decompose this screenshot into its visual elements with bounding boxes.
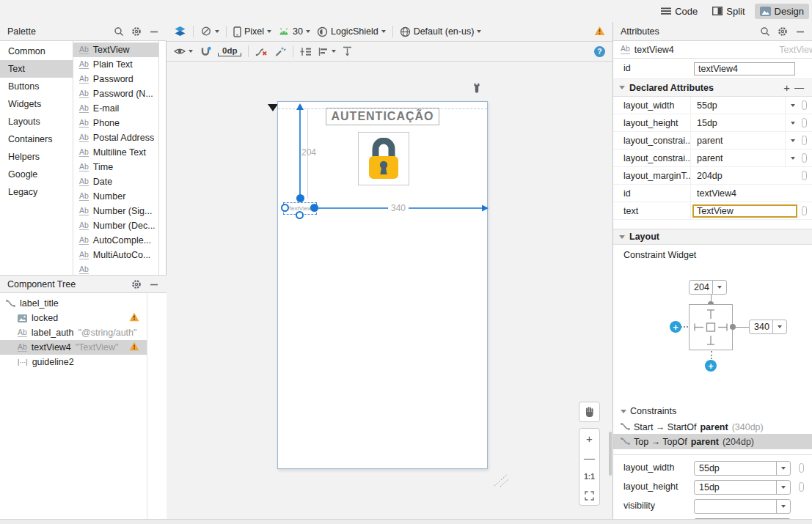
palette-category-text[interactable]: Text xyxy=(0,60,73,78)
palette-category-widgets[interactable]: Widgets xyxy=(0,95,73,113)
pan-button[interactable] xyxy=(579,402,600,422)
attr-value[interactable]: 204dp xyxy=(691,171,800,181)
end-margin-combo[interactable]: 340 xyxy=(749,320,787,334)
gear-icon[interactable] xyxy=(778,26,788,37)
tree-item-guideline2[interactable]: |···| guideline2 xyxy=(0,355,147,369)
design-canvas[interactable]: AUTENTICAÇÃO 204 xyxy=(167,62,612,519)
wrench-icon[interactable] xyxy=(472,81,481,93)
palette-item-number-decimal[interactable]: AbNumber (Dec... xyxy=(73,218,158,233)
tab-code[interactable]: Code xyxy=(656,4,703,19)
layers-icon[interactable] xyxy=(174,26,186,37)
zoom-out-button[interactable]: — xyxy=(579,448,599,467)
palette-category-helpers[interactable]: Helpers xyxy=(0,148,73,166)
attr-value[interactable]: 55dp xyxy=(691,100,785,111)
default-margin-selector[interactable]: 0dp xyxy=(218,46,241,56)
palette-item-autocomplete[interactable]: AbAutoComple... xyxy=(73,233,158,248)
constraint-item-top[interactable]: Top → TopOf parent (204dp) xyxy=(613,434,812,449)
constraint-anchor-end[interactable] xyxy=(310,204,318,212)
palette-item-plain-text[interactable]: AbPlain Text xyxy=(73,57,158,72)
palette-item-postal-address[interactable]: AbPostal Address xyxy=(73,130,158,145)
toolbar-warning-icon[interactable] xyxy=(594,26,605,38)
constraint-anchor-start[interactable] xyxy=(281,204,289,212)
guidelines-icon[interactable] xyxy=(343,46,352,56)
dropdown-button[interactable] xyxy=(785,150,800,166)
dropdown-button[interactable] xyxy=(772,320,786,333)
resource-flag-icon[interactable] xyxy=(802,118,807,128)
search-icon[interactable] xyxy=(760,26,770,37)
pack-icon[interactable] xyxy=(300,46,312,57)
resource-flag-icon[interactable] xyxy=(802,153,807,163)
resource-flag-icon[interactable] xyxy=(799,482,804,492)
constraint-anchor-top[interactable] xyxy=(296,194,304,202)
search-icon[interactable] xyxy=(114,26,124,37)
palette-category-containers[interactable]: Containers xyxy=(0,130,73,148)
add-start-constraint-button[interactable]: + xyxy=(670,321,681,333)
palette-item-clipped[interactable]: Ab xyxy=(73,262,158,275)
constraint-item-start[interactable]: Start → StartOf parent (340dp) xyxy=(613,420,812,434)
tree-item-textview4[interactable]: Ab textView4 "TextView" xyxy=(0,340,147,355)
align-selector[interactable] xyxy=(318,47,336,56)
guideline-marker-icon[interactable] xyxy=(268,104,278,111)
add-bottom-constraint-button[interactable]: + xyxy=(705,360,717,372)
palette-category-common[interactable]: Common xyxy=(0,43,73,60)
dropdown-button[interactable] xyxy=(785,132,800,149)
layout-width-combo[interactable]: 55dp xyxy=(694,461,791,476)
zoom-in-button[interactable]: + xyxy=(579,429,599,448)
gear-icon[interactable] xyxy=(131,26,142,37)
layout-section-header[interactable]: Layout xyxy=(613,229,812,245)
tree-item-label-auth[interactable]: Ab label_auth "@string/auth" xyxy=(0,325,147,340)
infer-constraints-icon[interactable] xyxy=(274,46,286,57)
remove-attribute-button[interactable]: — xyxy=(794,82,804,93)
dropdown-button[interactable] xyxy=(776,500,790,513)
view-options-selector[interactable] xyxy=(174,47,193,56)
tab-design[interactable]: Design xyxy=(755,4,809,19)
palette-item-time[interactable]: AbTime xyxy=(73,160,158,174)
end-constraint-dot[interactable] xyxy=(730,324,736,330)
attr-value[interactable]: parent xyxy=(691,153,785,163)
text-attribute-input[interactable]: TextView xyxy=(692,204,797,218)
palette-item-password-numeric[interactable]: AbPassword (N... xyxy=(73,86,158,101)
help-icon[interactable]: ? xyxy=(594,46,605,57)
palette-item-multiline-text[interactable]: AbMultiline Text xyxy=(73,145,158,160)
resource-flag-icon[interactable] xyxy=(802,171,807,180)
tab-split[interactable]: Split xyxy=(707,4,750,19)
palette-item-password[interactable]: AbPassword xyxy=(73,72,158,86)
dropdown-button[interactable] xyxy=(712,281,726,294)
minimize-icon[interactable] xyxy=(795,26,805,37)
resource-flag-icon[interactable] xyxy=(799,463,804,473)
minimize-icon[interactable] xyxy=(149,279,159,289)
zoom-fit-button[interactable] xyxy=(579,486,599,505)
autoconnect-icon[interactable] xyxy=(200,46,211,57)
attr-value[interactable]: parent xyxy=(691,136,785,146)
palette-category-legacy[interactable]: Legacy xyxy=(0,183,73,201)
palette-category-layouts[interactable]: Layouts xyxy=(0,113,73,130)
palette-item-phone[interactable]: AbPhone xyxy=(73,116,158,130)
api-level-selector[interactable]: 30 xyxy=(278,26,310,37)
top-margin-combo[interactable]: 204 xyxy=(689,280,727,295)
resource-flag-icon[interactable] xyxy=(802,100,807,110)
tree-item-locked[interactable]: locked xyxy=(0,311,147,325)
palette-item-number[interactable]: AbNumber xyxy=(73,189,158,204)
canvas-scrollbar[interactable] xyxy=(609,432,612,476)
id-input[interactable]: textView4 xyxy=(694,62,795,75)
device-selector[interactable]: Pixel xyxy=(233,26,271,37)
no-design-surface-selector[interactable] xyxy=(200,26,219,37)
palette-item-multiautocomplete[interactable]: AbMultiAutoCo... xyxy=(73,248,158,262)
palette-category-google[interactable]: Google xyxy=(0,166,73,183)
palette-item-textview[interactable]: AbTextView xyxy=(73,43,158,57)
theme-selector[interactable]: LogicShield xyxy=(317,26,386,37)
clear-constraints-icon[interactable] xyxy=(255,46,268,57)
resource-flag-icon[interactable] xyxy=(802,206,807,215)
label-title-widget[interactable]: AUTENTICAÇÃO xyxy=(326,108,439,125)
dropdown-button[interactable] xyxy=(785,97,800,114)
minimize-icon[interactable] xyxy=(149,26,159,37)
resource-flag-icon[interactable] xyxy=(802,136,807,145)
constraint-anchor-bottom[interactable] xyxy=(296,211,304,219)
layout-height-combo[interactable]: 15dp xyxy=(694,480,791,495)
dropdown-button[interactable] xyxy=(785,114,800,131)
locked-image-widget[interactable] xyxy=(358,132,409,185)
attr-value[interactable]: 15dp xyxy=(691,118,785,128)
gear-icon[interactable] xyxy=(131,279,142,289)
palette-item-email[interactable]: AbE-mail xyxy=(73,101,158,116)
palette-category-buttons[interactable]: Buttons xyxy=(0,78,73,95)
